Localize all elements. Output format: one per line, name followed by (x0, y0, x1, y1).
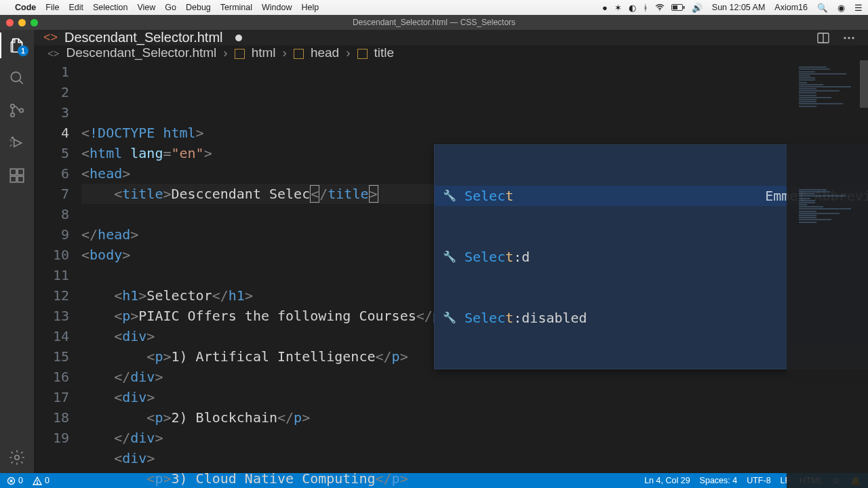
window-titlebar: Descendant_Selector.html — CSS_Selectors (0, 15, 868, 30)
editor-tabs: <> Descendant_Selector.html (34, 30, 868, 45)
line-number-gutter: 12345678910111213141516171819 (34, 60, 81, 488)
status-tray-icon[interactable]: ✶ (614, 3, 622, 13)
svg-rect-9 (10, 169, 16, 175)
scrollbar-thumb[interactable] (860, 60, 868, 108)
minimap[interactable] (787, 60, 868, 488)
breadcrumb-head[interactable]: head (311, 45, 339, 60)
menu-selection[interactable]: Selection (93, 3, 127, 12)
notification-center-icon[interactable]: ☰ (854, 3, 863, 13)
menu-debug[interactable]: Debug (186, 3, 211, 12)
svg-rect-12 (18, 169, 24, 175)
breadcrumb-file[interactable]: Descendant_Selector.html (66, 45, 217, 60)
activity-source-control[interactable] (8, 102, 26, 119)
macos-menubar: Code File Edit Selection View Go Debug T… (0, 0, 868, 15)
menu-go[interactable]: Go (165, 3, 176, 12)
file-html-icon: <> (43, 30, 58, 45)
svg-point-16 (844, 37, 846, 39)
code-editor[interactable]: 12345678910111213141516171819 <!DOCTYPE … (34, 60, 868, 488)
symbol-icon (294, 49, 304, 59)
svg-point-6 (11, 113, 14, 117)
volume-icon[interactable]: 🔊 (692, 3, 703, 13)
window-title: Descendant_Selector.html — CSS_Selectors (0, 18, 868, 27)
symbol-icon (357, 49, 368, 59)
file-html-icon: <> (47, 47, 60, 59)
svg-rect-10 (10, 176, 16, 182)
activity-explorer[interactable]: 1 (8, 37, 26, 54)
menu-file[interactable]: File (45, 3, 59, 12)
chevron-right-icon: › (283, 45, 287, 60)
tab-label: Descendant_Selector.html (64, 30, 222, 45)
wrench-icon: 🔧 (443, 186, 456, 206)
status-errors[interactable]: 0 (7, 476, 23, 485)
breadcrumb-title[interactable]: title (374, 45, 395, 60)
activity-settings[interactable] (8, 449, 26, 466)
symbol-icon (235, 49, 245, 59)
activity-extensions[interactable] (8, 167, 26, 184)
siri-icon[interactable]: ◉ (837, 3, 845, 13)
svg-rect-3 (673, 5, 677, 9)
menubar-app-name[interactable]: Code (15, 3, 36, 12)
spotlight-icon[interactable]: 🔍 (817, 3, 828, 13)
activity-debug[interactable] (8, 134, 26, 152)
menubar-user[interactable]: Axiom16 (774, 3, 808, 12)
editor-area: <> Descendant_Selector.html <> Descendan… (34, 30, 868, 473)
svg-rect-2 (683, 6, 684, 9)
status-tray-icon[interactable]: ◐ (629, 3, 636, 13)
menu-help[interactable]: Help (302, 3, 319, 12)
status-tray-icon[interactable]: ● (602, 3, 608, 13)
svg-point-7 (20, 108, 23, 112)
svg-point-8 (12, 137, 13, 138)
menubar-clock[interactable]: Sun 12:05 AM (712, 3, 766, 12)
svg-point-17 (848, 37, 850, 39)
wifi-icon[interactable] (655, 4, 665, 11)
explorer-badge: 1 (18, 45, 28, 56)
svg-rect-11 (18, 176, 24, 182)
unsaved-indicator-icon (235, 35, 242, 41)
activity-bar: 1 (0, 30, 34, 473)
workbench: 1 <> Descendant_Selector.htm (0, 30, 868, 473)
svg-point-13 (15, 455, 20, 460)
menu-view[interactable]: View (137, 3, 155, 12)
menu-edit[interactable]: Edit (68, 3, 83, 12)
chevron-right-icon: › (223, 45, 227, 60)
battery-icon[interactable] (671, 4, 685, 11)
svg-point-18 (852, 37, 854, 39)
breadcrumb-html[interactable]: html (252, 45, 276, 60)
split-editor-button[interactable] (816, 31, 830, 45)
svg-point-0 (659, 9, 660, 11)
chevron-right-icon: › (346, 45, 350, 60)
breadcrumbs[interactable]: <> Descendant_Selector.html › html › hea… (34, 45, 868, 60)
tab-descendant-selector[interactable]: <> Descendant_Selector.html (43, 30, 242, 45)
activity-search[interactable] (8, 69, 26, 87)
menu-window[interactable]: Window (262, 3, 292, 12)
more-actions-button[interactable] (842, 31, 856, 45)
wrench-icon: 🔧 (443, 247, 456, 267)
bluetooth-icon[interactable]: ᚼ (643, 3, 648, 13)
svg-point-4 (11, 72, 20, 81)
code-content[interactable]: <!DOCTYPE html><html lang="en"><head> <t… (81, 60, 868, 488)
svg-point-5 (11, 104, 14, 108)
menu-terminal[interactable]: Terminal (220, 3, 252, 12)
wrench-icon: 🔧 (443, 308, 456, 328)
